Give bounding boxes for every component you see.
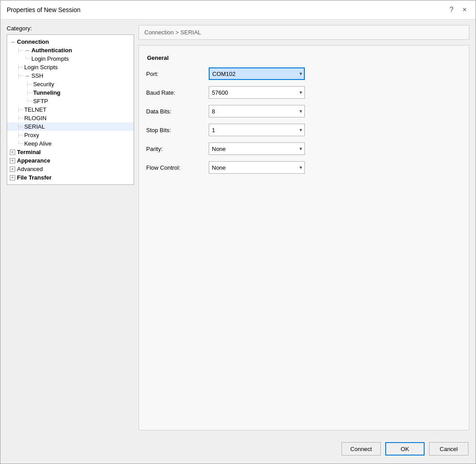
section-title: General xyxy=(146,54,462,61)
tree-item-login-scripts[interactable]: ├─ Login Scripts xyxy=(7,63,134,71)
content-box: General Port: COM102 COM1 COM2 Baud Rate… xyxy=(139,45,469,431)
tree-item-advanced[interactable]: + Advanced xyxy=(7,165,134,173)
tree-label-serial: SERIAL xyxy=(24,123,45,130)
title-bar-buttons: ? × xyxy=(447,5,469,15)
flow-control-select[interactable]: None XON/XOFF RTS/CTS DSR/DTR xyxy=(209,161,305,174)
connect-button[interactable]: Connect xyxy=(341,442,381,456)
tree-item-connection[interactable]: ─ Connection xyxy=(7,38,134,46)
tree-item-authentication[interactable]: ├─ ─ Authentication xyxy=(7,46,134,54)
port-select[interactable]: COM102 COM1 COM2 xyxy=(209,67,305,80)
tree-label-authentication: Authentication xyxy=(31,47,72,54)
parity-select[interactable]: None Odd Even Mark Space xyxy=(209,142,305,155)
form-row-port: Port: COM102 COM1 COM2 xyxy=(146,67,462,80)
dialog-body: Category: ─ Connection ├─ ─ Authenticati… xyxy=(0,20,476,436)
tree-line-lp: └─ xyxy=(24,56,30,61)
tree-label-file-transfer: File Transfer xyxy=(17,174,51,181)
tree-label-appearance: Appearance xyxy=(17,157,50,164)
close-button[interactable]: × xyxy=(460,5,469,15)
dialog-footer: Connect OK Cancel xyxy=(0,436,476,464)
tree-line-telnet: ├─ xyxy=(17,107,23,112)
tree-label-sftp: SFTP xyxy=(33,98,48,105)
dialog-title: Properties of New Session xyxy=(7,6,80,13)
tree-label-security: Security xyxy=(33,81,54,88)
right-panel: Connection > SERIAL General Port: COM102… xyxy=(139,25,469,431)
tree-label-rlogin: RLOGIN xyxy=(24,115,46,121)
expand-icon-file-transfer: + xyxy=(10,175,15,180)
help-button[interactable]: ? xyxy=(447,5,456,15)
tree-item-login-prompts[interactable]: └─ Login Prompts xyxy=(7,54,134,63)
tree-line-rlogin: ├─ xyxy=(17,116,23,121)
tree-item-serial[interactable]: ├─ SERIAL xyxy=(7,122,134,131)
tree-label-terminal: Terminal xyxy=(17,149,41,155)
baud-rate-wrapper: 57600 1200 2400 4800 9600 19200 38400 11… xyxy=(209,86,305,99)
tree-line-tun: ├─ xyxy=(26,90,32,95)
expand-icon-terminal: + xyxy=(10,150,15,155)
category-label: Category: xyxy=(7,25,134,32)
tree-item-security[interactable]: ├─ Security xyxy=(7,80,134,88)
expand-icon-advanced: + xyxy=(10,167,15,172)
tree-line-serial: ├─ xyxy=(17,124,23,129)
flow-control-wrapper: None XON/XOFF RTS/CTS DSR/DTR xyxy=(209,161,305,174)
tree-label-telnet: TELNET xyxy=(24,106,46,113)
cancel-button[interactable]: Cancel xyxy=(429,442,468,456)
properties-dialog: Properties of New Session ? × Category: … xyxy=(0,0,476,464)
tree-label-login-prompts: Login Prompts xyxy=(31,55,69,62)
tree-line-ssh: ├─ xyxy=(17,73,23,78)
tree-label-proxy: Proxy xyxy=(24,132,39,138)
port-wrapper: COM102 COM1 COM2 xyxy=(209,67,305,80)
stop-bits-wrapper: 1 1.5 2 xyxy=(209,124,305,136)
breadcrumb: Connection > SERIAL xyxy=(139,25,469,40)
expand-icon-ssh: ─ xyxy=(24,73,30,79)
tree-item-rlogin[interactable]: ├─ RLOGIN xyxy=(7,114,134,122)
stop-bits-select[interactable]: 1 1.5 2 xyxy=(209,124,305,136)
label-baud-rate: Baud Rate: xyxy=(146,89,209,96)
tree-item-keepalive[interactable]: └─ Keep Alive xyxy=(7,139,134,148)
expand-icon-connection: ─ xyxy=(10,39,16,45)
tree-line-sec: ├─ xyxy=(26,82,32,87)
expand-icon-authentication: ─ xyxy=(24,48,30,53)
tree-line-ls: ├─ xyxy=(17,65,23,70)
tree-label-ssh: SSH xyxy=(31,72,43,79)
form-row-parity: Parity: None Odd Even Mark Space xyxy=(146,142,462,155)
label-port: Port: xyxy=(146,71,209,77)
label-flow-control: Flow Control: xyxy=(146,164,209,171)
baud-rate-select[interactable]: 57600 1200 2400 4800 9600 19200 38400 11… xyxy=(209,86,305,99)
tree-line-auth: ├─ xyxy=(17,48,23,53)
tree-label-keepalive: Keep Alive xyxy=(24,140,51,147)
form-row-stop-bits: Stop Bits: 1 1.5 2 xyxy=(146,124,462,136)
label-stop-bits: Stop Bits: xyxy=(146,127,209,134)
tree-item-sftp[interactable]: └─ SFTP xyxy=(7,97,134,105)
tree-item-appearance[interactable]: + Appearance xyxy=(7,156,134,165)
tree-item-ssh[interactable]: ├─ ─ SSH xyxy=(7,71,134,80)
form-row-baud-rate: Baud Rate: 57600 1200 2400 4800 9600 192… xyxy=(146,86,462,99)
tree-line-sftp: └─ xyxy=(26,99,32,104)
label-data-bits: Data Bits: xyxy=(146,108,209,115)
data-bits-wrapper: 8 5 6 7 xyxy=(209,105,305,117)
tree-label-tunneling: Tunneling xyxy=(33,89,60,96)
form-row-flow-control: Flow Control: None XON/XOFF RTS/CTS DSR/… xyxy=(146,161,462,174)
expand-icon-appearance: + xyxy=(10,158,15,163)
title-bar: Properties of New Session ? × xyxy=(0,0,476,20)
form-row-data-bits: Data Bits: 8 5 6 7 xyxy=(146,105,462,117)
parity-wrapper: None Odd Even Mark Space xyxy=(209,142,305,155)
tree-label-connection: Connection xyxy=(17,38,49,45)
tree-line-proxy: ├─ xyxy=(17,133,23,138)
tree-item-file-transfer[interactable]: + File Transfer xyxy=(7,173,134,182)
tree-item-proxy[interactable]: ├─ Proxy xyxy=(7,131,134,139)
tree-item-telnet[interactable]: ├─ TELNET xyxy=(7,105,134,114)
tree-label-advanced: Advanced xyxy=(17,166,43,172)
ok-button[interactable]: OK xyxy=(385,442,425,456)
tree-item-terminal[interactable]: + Terminal xyxy=(7,148,134,156)
tree-item-tunneling[interactable]: ├─ Tunneling xyxy=(7,88,134,97)
tree-line-keepalive: └─ xyxy=(17,141,23,146)
data-bits-select[interactable]: 8 5 6 7 xyxy=(209,105,305,117)
left-panel: Category: ─ Connection ├─ ─ Authenticati… xyxy=(7,25,134,431)
tree-panel: ─ Connection ├─ ─ Authentication └─ Logi… xyxy=(7,34,134,185)
label-parity: Parity: xyxy=(146,146,209,152)
tree-label-login-scripts: Login Scripts xyxy=(24,64,58,71)
